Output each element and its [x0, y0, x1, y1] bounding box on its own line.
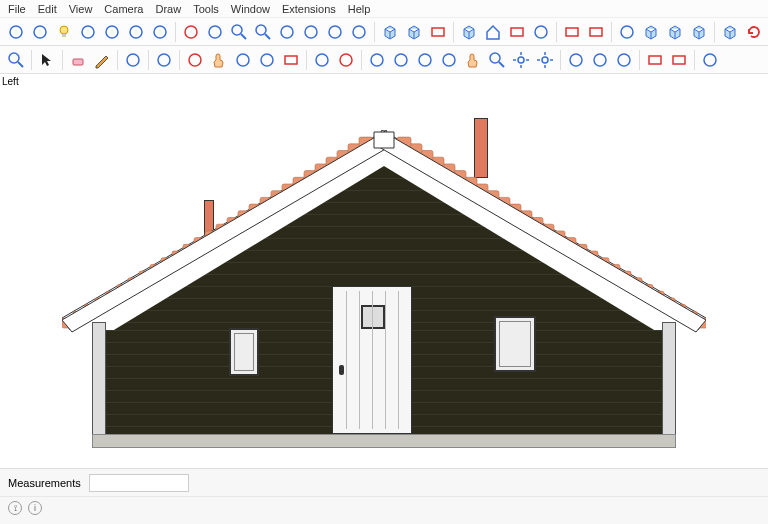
- svg-point-28: [158, 54, 170, 66]
- tool-walk[interactable]: [323, 20, 347, 44]
- tool-home[interactable]: [481, 20, 505, 44]
- model-house: [74, 118, 694, 468]
- svg-point-30: [237, 54, 249, 66]
- tool-box-teal[interactable]: [663, 20, 687, 44]
- tool-pan-red[interactable]: [207, 48, 231, 72]
- tool-monitor[interactable]: [505, 20, 529, 44]
- menubar: File Edit View Camera Draw Tools Window …: [0, 0, 768, 18]
- tool-select[interactable]: [35, 48, 59, 72]
- tool-hand[interactable]: [461, 48, 485, 72]
- tool-gear[interactable]: [533, 48, 557, 72]
- svg-rect-19: [511, 28, 523, 36]
- svg-rect-22: [590, 28, 602, 36]
- svg-point-7: [154, 26, 166, 38]
- tool-orbit[interactable]: [299, 20, 323, 44]
- svg-point-52: [594, 54, 606, 66]
- tool-zoom[interactable]: [227, 20, 251, 44]
- svg-point-31: [261, 54, 273, 66]
- tool-pencil[interactable]: [90, 48, 114, 72]
- tool-box-blue[interactable]: [639, 20, 663, 44]
- svg-point-10: [232, 25, 242, 35]
- tool-arc[interactable]: [152, 48, 176, 72]
- menu-help[interactable]: Help: [348, 3, 371, 15]
- tool-tri-blue[interactable]: [310, 48, 334, 72]
- tool-plugin4[interactable]: [437, 48, 461, 72]
- statusbar: Measurements ⟟ i: [0, 468, 768, 524]
- tool-plugin1[interactable]: [365, 48, 389, 72]
- tool-solid[interactable]: [378, 20, 402, 44]
- tool-line-tool[interactable]: [121, 48, 145, 72]
- svg-point-0: [10, 26, 22, 38]
- tool-cloud[interactable]: [529, 20, 553, 44]
- tool-xray[interactable]: [402, 20, 426, 44]
- measurements-input[interactable]: [89, 474, 189, 492]
- tool-orbit-blue[interactable]: [231, 48, 255, 72]
- tool-zoom-window[interactable]: [4, 48, 28, 72]
- tool-iso[interactable]: [28, 20, 52, 44]
- tool-gift[interactable]: [457, 20, 481, 44]
- viewport[interactable]: [0, 88, 768, 468]
- tool-ortho-blue[interactable]: [203, 20, 227, 44]
- tool-rotate[interactable]: [255, 48, 279, 72]
- window-left: [229, 328, 259, 376]
- tool-zoom-ext[interactable]: [251, 20, 275, 44]
- tool-plane[interactable]: [426, 20, 450, 44]
- tool-cube[interactable]: [718, 20, 742, 44]
- tool-dimension[interactable]: [76, 20, 100, 44]
- tool-rect[interactable]: [279, 48, 303, 72]
- menu-window[interactable]: Window: [231, 3, 270, 15]
- svg-point-4: [82, 26, 94, 38]
- tool-pivot[interactable]: [275, 20, 299, 44]
- tool-text[interactable]: [100, 20, 124, 44]
- svg-point-27: [127, 54, 139, 66]
- front-door: [332, 286, 412, 434]
- tool-section-fill[interactable]: [584, 20, 608, 44]
- tool-layers[interactable]: [588, 48, 612, 72]
- tool-clip2[interactable]: [667, 48, 691, 72]
- tool-scissors[interactable]: [612, 48, 636, 72]
- tool-model-info[interactable]: [4, 20, 28, 44]
- menu-draw[interactable]: Draw: [155, 3, 181, 15]
- svg-point-23: [621, 26, 633, 38]
- svg-point-2: [60, 26, 68, 34]
- tool-globe[interactable]: [615, 20, 639, 44]
- tool-plugin2[interactable]: [389, 48, 413, 72]
- tool-lightbulb[interactable]: [52, 20, 76, 44]
- tool-earth[interactable]: [564, 48, 588, 72]
- tool-eraser[interactable]: [66, 48, 90, 72]
- svg-point-14: [281, 26, 293, 38]
- svg-point-20: [535, 26, 547, 38]
- tool-xray-box[interactable]: [687, 20, 711, 44]
- svg-marker-117: [374, 132, 394, 148]
- menu-extensions[interactable]: Extensions: [282, 3, 336, 15]
- tool-section[interactable]: [560, 20, 584, 44]
- svg-point-39: [490, 53, 500, 63]
- tool-leader[interactable]: [124, 20, 148, 44]
- tool-style[interactable]: [698, 48, 722, 72]
- tool-camera-eye[interactable]: [347, 20, 371, 44]
- tool-target[interactable]: [509, 48, 533, 72]
- tool-axes-red[interactable]: [179, 20, 203, 44]
- svg-rect-55: [673, 56, 685, 64]
- door-handle: [339, 365, 344, 375]
- svg-point-12: [256, 25, 266, 35]
- tool-tri-red[interactable]: [334, 48, 358, 72]
- tool-orbit-red[interactable]: [183, 48, 207, 72]
- svg-rect-26: [73, 59, 83, 65]
- measurements-label: Measurements: [8, 477, 81, 489]
- tool-refresh[interactable]: [742, 20, 766, 44]
- menu-tools[interactable]: Tools: [193, 3, 219, 15]
- info-icon[interactable]: i: [28, 501, 42, 515]
- menu-edit[interactable]: Edit: [38, 3, 57, 15]
- svg-point-17: [353, 26, 365, 38]
- tool-plugin3[interactable]: [413, 48, 437, 72]
- tool-clip1[interactable]: [643, 48, 667, 72]
- menu-camera[interactable]: Camera: [104, 3, 143, 15]
- menu-view[interactable]: View: [69, 3, 93, 15]
- tool-font[interactable]: [148, 20, 172, 44]
- menu-file[interactable]: File: [8, 3, 26, 15]
- door-window: [361, 305, 385, 329]
- geo-icon[interactable]: ⟟: [8, 501, 22, 515]
- tool-zoom2[interactable]: [485, 48, 509, 72]
- svg-line-25: [18, 62, 23, 67]
